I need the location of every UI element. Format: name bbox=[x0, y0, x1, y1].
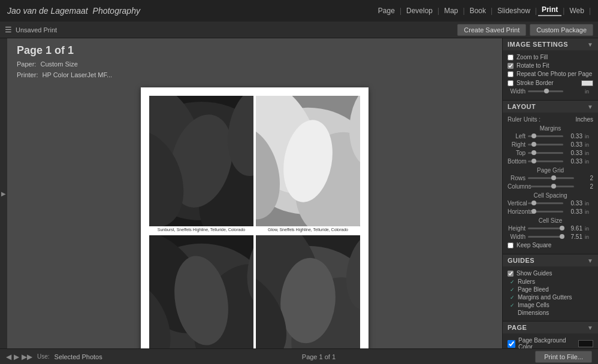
height-thumb[interactable] bbox=[560, 226, 564, 230]
vertical-spacing-row: Vertical 0.33 in bbox=[508, 200, 593, 207]
page-bg-color-swatch[interactable] bbox=[578, 340, 593, 347]
horizontal-spacing-row: Horizontal 0.33 in bbox=[508, 208, 593, 215]
layout-title: Layout bbox=[508, 103, 536, 110]
horizontal-thumb[interactable] bbox=[531, 209, 536, 214]
page-bg-color-label: Page Background Color bbox=[518, 337, 575, 348]
bottom-bar-center: Page 1 of 1 bbox=[302, 353, 336, 360]
keep-square-label: Keep Square bbox=[517, 242, 551, 248]
vertical-thumb[interactable] bbox=[531, 201, 536, 205]
photo-cell-1[interactable]: Sunburst, Sneffels Highline, Telluride, … bbox=[149, 96, 253, 233]
dimensions-row: ✓ Dimensions bbox=[508, 310, 593, 316]
printer-label: Printer: bbox=[17, 71, 38, 78]
width-thumb[interactable] bbox=[560, 234, 564, 239]
unsaved-print-label: Unsaved Print bbox=[16, 26, 57, 34]
ruler-units-value: Inches bbox=[576, 116, 593, 123]
layout-header[interactable]: Layout ▼ bbox=[503, 101, 598, 113]
nav-book[interactable]: Book bbox=[466, 7, 490, 15]
page-section-title: Page bbox=[508, 324, 527, 331]
margin-bottom-unit: in bbox=[585, 159, 593, 165]
height-label: Height bbox=[508, 225, 525, 232]
image-cells-row: ✓ Image Cells bbox=[508, 302, 593, 308]
margin-right-thumb[interactable] bbox=[531, 142, 536, 147]
rows-thumb[interactable] bbox=[551, 175, 556, 180]
nav-slideshow[interactable]: Slideshow bbox=[494, 7, 534, 15]
rulers-row: ✓ Rulers bbox=[508, 278, 593, 285]
guides-collapse-icon: ▼ bbox=[587, 257, 593, 264]
photo-cell-3[interactable]: Showing its stripes, Sneffels Highline, … bbox=[149, 235, 253, 348]
margin-top-unit: in bbox=[585, 150, 593, 156]
nav-web[interactable]: Web bbox=[566, 7, 587, 15]
stroke-width-thumb[interactable] bbox=[544, 89, 549, 93]
prev-arrow[interactable]: ◀ bbox=[6, 353, 11, 361]
photo-cell-4[interactable]: A hidden world, Sneffels Highline, Tellu… bbox=[256, 235, 360, 348]
page-section-header[interactable]: Page ▼ bbox=[503, 321, 598, 333]
stroke-width-row: Width in bbox=[508, 88, 593, 95]
horizontal-label: Horizontal bbox=[508, 208, 525, 215]
margin-top-row: Top 0.33 in bbox=[508, 150, 593, 156]
rows-track bbox=[528, 177, 574, 179]
zoom-to-fill-checkbox[interactable] bbox=[508, 54, 514, 60]
height-unit: in bbox=[585, 226, 593, 232]
height-value: 9.61 bbox=[566, 225, 582, 232]
dimensions-check-icon: ✓ bbox=[510, 310, 515, 316]
columns-thumb[interactable] bbox=[551, 184, 556, 189]
width-row: Width 7.51 in bbox=[508, 233, 593, 240]
margin-bottom-track bbox=[528, 160, 563, 162]
margin-left-label: Left bbox=[508, 133, 525, 139]
ruler-units-row: Ruler Units : Inches bbox=[508, 116, 593, 123]
vertical-label: Vertical bbox=[508, 200, 525, 207]
second-bar-right: Create Saved Print Custom Package bbox=[457, 24, 593, 36]
margins-gutters-label: Margins and Gutters bbox=[518, 294, 572, 301]
stroke-border-checkbox[interactable] bbox=[508, 80, 514, 86]
stroke-color-swatch[interactable] bbox=[581, 80, 593, 86]
keep-square-checkbox[interactable] bbox=[508, 242, 514, 248]
photo-cell-2[interactable]: Glow, Sneffels Highline, Telluride, Colo… bbox=[256, 96, 360, 233]
photo-image-1 bbox=[149, 96, 253, 226]
margin-left-track bbox=[528, 135, 563, 137]
custom-package-button[interactable]: Custom Package bbox=[530, 24, 593, 36]
stroke-width-unit: in bbox=[585, 89, 593, 95]
rows-row: Rows 2 bbox=[508, 175, 593, 181]
nav-develop[interactable]: Develop bbox=[403, 7, 436, 15]
page-bleed-label: Page Bleed bbox=[518, 286, 549, 293]
page-collapse-icon: ▼ bbox=[587, 324, 593, 331]
image-settings-header[interactable]: Image Settings ▼ bbox=[503, 38, 598, 50]
dimensions-label: Dimensions bbox=[518, 310, 549, 316]
repeat-one-photo-checkbox[interactable] bbox=[508, 71, 514, 77]
left-collapse-arrow[interactable]: ▶ bbox=[1, 190, 6, 197]
zoom-to-fill-label: Zoom to Fill bbox=[517, 54, 548, 60]
photo-svg-4 bbox=[256, 235, 360, 348]
page-grid-title: Page Grid bbox=[508, 167, 593, 174]
margin-top-label: Top bbox=[508, 150, 525, 156]
guides-header[interactable]: Guides ▼ bbox=[503, 254, 598, 266]
horizontal-track bbox=[528, 211, 563, 213]
create-saved-print-button[interactable]: Create Saved Print bbox=[457, 24, 526, 36]
print-canvas: Sunburst, Sneffels Highline, Telluride, … bbox=[141, 87, 369, 348]
columns-value: 2 bbox=[576, 183, 593, 190]
margin-bottom-thumb[interactable] bbox=[531, 159, 536, 163]
page-bg-color-checkbox[interactable] bbox=[508, 340, 515, 348]
margin-top-thumb[interactable] bbox=[531, 150, 536, 155]
nav-library[interactable]: Page bbox=[374, 7, 398, 15]
hamburger-icon[interactable]: ☰ bbox=[5, 25, 12, 34]
margin-left-thumb[interactable] bbox=[531, 134, 536, 138]
stroke-width-track bbox=[528, 90, 563, 92]
height-row: Height 9.61 in bbox=[508, 225, 593, 232]
forward-arrow[interactable]: ▶▶ bbox=[22, 353, 32, 361]
next-arrow[interactable]: ▶ bbox=[14, 353, 19, 361]
repeat-one-photo-row: Repeat One Photo per Page bbox=[508, 71, 593, 77]
image-cells-check-icon: ✓ bbox=[510, 302, 515, 308]
rows-label: Rows bbox=[508, 175, 525, 181]
show-guides-label: Show Guides bbox=[517, 270, 552, 277]
nav-print[interactable]: Print bbox=[538, 5, 561, 16]
nav-map[interactable]: Map bbox=[440, 7, 461, 15]
show-guides-checkbox[interactable] bbox=[508, 271, 514, 277]
margins-gutters-check-icon: ✓ bbox=[510, 295, 515, 301]
page-section: Page ▼ Page Background Color Identity Pl… bbox=[503, 321, 598, 348]
rotate-to-fit-row: Rotate to Fit bbox=[508, 62, 593, 69]
main-content: ▶ Page 1 of 1 Paper: Custom Size Printer… bbox=[0, 38, 598, 348]
photo-svg-3 bbox=[149, 235, 253, 348]
rotate-to-fit-checkbox[interactable] bbox=[508, 63, 514, 69]
print-to-file-button[interactable]: Print to File... bbox=[535, 351, 592, 363]
horizontal-value: 0.33 bbox=[566, 208, 582, 215]
